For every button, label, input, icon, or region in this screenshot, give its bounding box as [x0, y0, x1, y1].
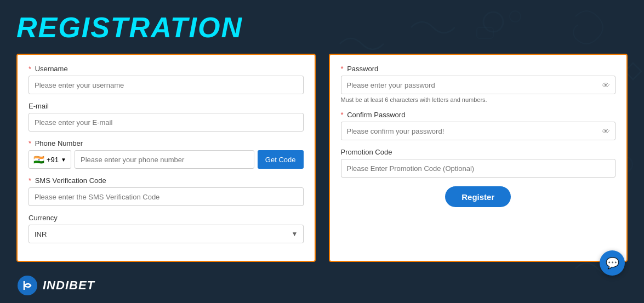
username-input[interactable] — [29, 76, 304, 94]
confirm-password-input[interactable] — [341, 122, 616, 140]
register-button[interactable]: Register — [445, 186, 511, 207]
left-form: * Username E-mail * Phone Number — [16, 54, 316, 262]
confirm-password-group: * Confirm Password 👁 — [341, 111, 616, 140]
sms-required: * — [29, 176, 31, 185]
confirm-password-required: * — [341, 111, 344, 119]
password-label: * Password — [341, 65, 616, 73]
eye-icon[interactable]: 👁 — [602, 127, 610, 136]
india-flag-icon: 🇮🇳 — [33, 155, 44, 165]
country-code: +91 — [47, 156, 59, 164]
username-group: * Username — [29, 65, 304, 94]
password-group: * Password 👁 Must be at least 6 characte… — [341, 65, 616, 103]
sms-input[interactable] — [29, 187, 304, 206]
country-selector[interactable]: 🇮🇳 +91 ▼ — [29, 150, 71, 169]
phone-required: * — [29, 139, 31, 147]
sms-group: * SMS Verification Code — [29, 176, 304, 206]
email-input[interactable] — [29, 113, 304, 132]
promo-input[interactable] — [341, 159, 616, 178]
promo-group: Promotion Code — [341, 148, 616, 178]
currency-select[interactable]: INR USD EUR — [29, 225, 304, 243]
right-form: * Password 👁 Must be at least 6 characte… — [329, 54, 628, 262]
password-hint: Must be at least 6 characters with lette… — [341, 96, 616, 103]
page-title: REGISTRATION — [16, 11, 628, 44]
confirm-password-label: * Confirm Password — [341, 111, 616, 119]
username-required: * — [29, 65, 31, 73]
username-label: * Username — [29, 65, 304, 73]
eye-icon[interactable]: 👁 — [602, 81, 610, 90]
chevron-down-icon: ▼ — [61, 157, 66, 163]
promo-label: Promotion Code — [341, 148, 616, 156]
get-code-button[interactable]: Get Code — [258, 150, 304, 169]
confirm-password-wrapper: 👁 — [341, 122, 616, 140]
currency-label: Currency — [29, 214, 304, 222]
page-container: REGISTRATION * Username E-mail — [0, 0, 644, 303]
chat-icon: 💬 — [606, 256, 619, 270]
forms-row: * Username E-mail * Phone Number — [16, 54, 628, 262]
password-wrapper: 👁 — [341, 76, 616, 94]
phone-label: * Phone Number — [29, 139, 304, 147]
phone-input[interactable] — [75, 150, 254, 169]
phone-group: * Phone Number 🇮🇳 +91 ▼ Get Code — [29, 139, 304, 169]
email-label: E-mail — [29, 102, 304, 110]
currency-group: Currency INR USD EUR ▼ — [29, 214, 304, 243]
phone-row: 🇮🇳 +91 ▼ Get Code — [29, 150, 304, 169]
email-group: E-mail — [29, 102, 304, 132]
password-input[interactable] — [341, 76, 616, 94]
currency-select-wrapper: INR USD EUR ▼ — [29, 225, 304, 243]
password-required: * — [341, 65, 344, 73]
sms-label: * SMS Verification Code — [29, 176, 304, 185]
chat-bubble[interactable]: 💬 — [600, 250, 625, 276]
